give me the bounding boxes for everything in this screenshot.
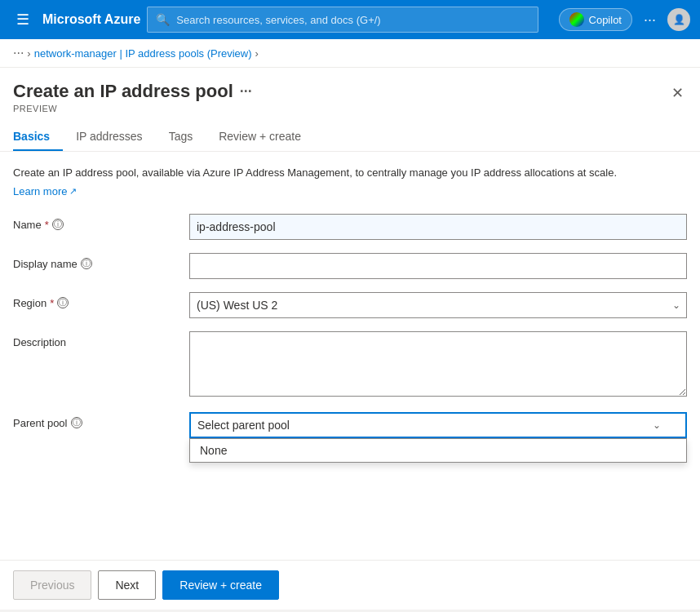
- avatar[interactable]: 👤: [667, 8, 690, 31]
- learn-more-link[interactable]: Learn more ↗: [13, 185, 77, 197]
- hamburger-menu[interactable]: ☰: [10, 7, 36, 32]
- page-title-area: Create an IP address pool ··· PREVIEW: [13, 81, 252, 113]
- region-required: *: [50, 297, 54, 309]
- breadcrumb-network-manager[interactable]: network-manager | IP address pools (Prev…: [34, 47, 252, 60]
- tab-review-create[interactable]: Review + create: [206, 123, 314, 151]
- parent-pool-control: Select parent pool ⌄ None: [189, 412, 687, 438]
- search-placeholder: Search resources, services, and docs (G+…: [176, 14, 380, 26]
- tab-bar: Basics IP addresses Tags Review + create: [0, 113, 700, 152]
- breadcrumb-sep-2: ›: [255, 47, 259, 60]
- search-bar[interactable]: 🔍 Search resources, services, and docs (…: [147, 7, 538, 33]
- previous-button[interactable]: Previous: [13, 570, 91, 600]
- name-info-icon[interactable]: ⓘ: [52, 219, 64, 230]
- display-name-control: [189, 253, 687, 279]
- preview-badge: PREVIEW: [13, 104, 252, 113]
- page-title-text: Create an IP address pool: [13, 81, 233, 102]
- parent-pool-dropdown[interactable]: Select parent pool ⌄: [189, 412, 687, 438]
- tab-tags[interactable]: Tags: [156, 123, 206, 151]
- azure-logo: Microsoft Azure: [42, 12, 140, 27]
- name-required: *: [45, 219, 49, 231]
- region-select[interactable]: (US) West US 2(US) East US(EU) West Euro…: [189, 292, 687, 318]
- description-label: Description: [13, 331, 176, 348]
- parent-pool-info-icon[interactable]: ⓘ: [71, 417, 82, 428]
- parent-pool-placeholder: Select parent pool: [197, 419, 290, 432]
- tab-basics[interactable]: Basics: [13, 123, 63, 151]
- close-button[interactable]: ✕: [668, 81, 687, 105]
- parent-pool-chevron-icon: ⌄: [653, 419, 661, 431]
- copilot-button[interactable]: Copilot: [559, 8, 632, 31]
- name-row: Name * ⓘ: [13, 214, 687, 240]
- description-row: Description: [13, 331, 687, 399]
- copilot-label: Copilot: [589, 14, 622, 26]
- parent-pool-select-wrapper: Select parent pool ⌄ None: [189, 412, 687, 438]
- display-name-row: Display name ⓘ: [13, 253, 687, 279]
- display-name-input[interactable]: [189, 253, 687, 279]
- region-info-icon[interactable]: ⓘ: [57, 297, 69, 308]
- footer: Previous Next Review + create: [0, 560, 700, 610]
- nav-right: Copilot ··· 👤: [559, 8, 690, 32]
- search-icon: 🔍: [156, 13, 170, 26]
- top-navigation: ☰ Microsoft Azure 🔍 Search resources, se…: [0, 0, 700, 39]
- display-name-label: Display name ⓘ: [13, 253, 176, 270]
- parent-pool-row: Parent pool ⓘ Select parent pool ⌄ None: [13, 412, 687, 438]
- external-link-icon: ↗: [69, 186, 77, 197]
- dropdown-item-none[interactable]: None: [190, 439, 686, 462]
- page-title-more[interactable]: ···: [240, 83, 252, 100]
- form-area: Create an IP address pool, available via…: [0, 152, 700, 560]
- form-description: Create an IP address pool, available via…: [13, 165, 687, 181]
- tab-ip-addresses[interactable]: IP addresses: [63, 123, 155, 151]
- description-control: [189, 331, 687, 399]
- parent-pool-dropdown-menu: None: [189, 438, 687, 463]
- description-input[interactable]: [189, 331, 687, 397]
- breadcrumb-sep-1: ›: [27, 47, 30, 60]
- breadcrumb-dots[interactable]: ···: [13, 46, 24, 60]
- name-control: [189, 214, 687, 240]
- breadcrumb: ··· › network-manager | IP address pools…: [0, 39, 700, 68]
- form-fields: Name * ⓘ Display name ⓘ: [13, 214, 687, 438]
- page-header: Create an IP address pool ··· PREVIEW ✕: [0, 68, 700, 113]
- region-row: Region * ⓘ (US) West US 2(US) East US(EU…: [13, 292, 687, 318]
- name-input[interactable]: [189, 214, 687, 240]
- region-select-wrapper: (US) West US 2(US) East US(EU) West Euro…: [189, 292, 687, 318]
- copilot-icon: [569, 12, 584, 27]
- display-name-info-icon[interactable]: ⓘ: [81, 258, 92, 269]
- review-create-button[interactable]: Review + create: [162, 570, 279, 600]
- page-content: Create an IP address pool ··· PREVIEW ✕ …: [0, 68, 700, 610]
- region-control: (US) West US 2(US) East US(EU) West Euro…: [189, 292, 687, 318]
- name-label: Name * ⓘ: [13, 214, 176, 231]
- region-label: Region * ⓘ: [13, 292, 176, 309]
- page-title: Create an IP address pool ···: [13, 81, 252, 102]
- nav-more-button[interactable]: ···: [639, 8, 661, 32]
- next-button[interactable]: Next: [98, 570, 156, 600]
- parent-pool-label: Parent pool ⓘ: [13, 412, 176, 429]
